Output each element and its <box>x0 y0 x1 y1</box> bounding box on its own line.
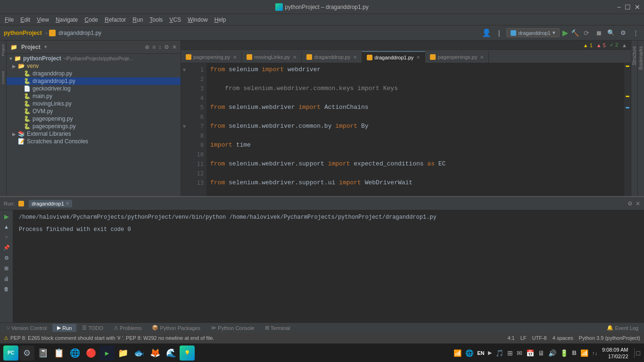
cursor-position[interactable]: 4:1 <box>507 335 514 341</box>
project-expand-icon[interactable]: ↕ <box>158 44 161 50</box>
python-version[interactable]: Python 3.9 (pythonProject) <box>579 335 640 341</box>
tree-venv[interactable]: ▶ 📂 venv <box>7 62 181 70</box>
clear-button[interactable]: 🗑 <box>2 285 11 293</box>
settings-run-button[interactable]: ⚙ <box>2 254 11 262</box>
tab-close-5[interactable]: ✕ <box>480 55 484 60</box>
tab-draganddrop1[interactable]: draganddrop1.py ✕ <box>362 51 425 63</box>
structure-label[interactable]: Structure <box>632 46 637 66</box>
menu-view[interactable]: View <box>34 16 52 24</box>
tab-problems[interactable]: ⚠ Problems <box>109 324 146 332</box>
user-icon[interactable]: 👤 <box>482 28 491 38</box>
taskbar-vivaldi[interactable]: 🔴 <box>83 346 99 361</box>
pin-button[interactable]: 📌 <box>2 243 11 252</box>
tray-wifi[interactable]: 📶 <box>579 348 589 358</box>
menu-code[interactable]: Code <box>82 16 101 24</box>
tree-pageopening[interactable]: 🐍 pageopening.py <box>7 115 181 123</box>
taskbar-terminal-app[interactable]: ▶ <box>99 346 115 361</box>
settings-button[interactable]: ⚙ <box>619 28 628 38</box>
tab-close-2[interactable]: ✕ <box>293 55 297 60</box>
tray-bt[interactable]: B <box>571 348 577 357</box>
tree-geckodriver[interactable]: 📄 geckodriver.log <box>7 85 181 92</box>
tray-screen[interactable]: 🖥 <box>537 348 545 358</box>
tree-extlibs[interactable]: ▶ 📚 External Libraries <box>7 130 181 138</box>
taskbar-pycharm[interactable]: PC <box>3 346 18 361</box>
menu-run[interactable]: Run <box>130 16 146 24</box>
tree-pageopenings[interactable]: 🐍 pageopenings.py <box>7 123 181 130</box>
run-tab-draganddrop1[interactable]: draganddrop1 ✕ <box>29 200 72 207</box>
minimize-button[interactable]: − <box>617 3 621 11</box>
tray-email[interactable]: ✉ <box>516 348 523 358</box>
more-button[interactable]: ⋮ <box>631 28 640 38</box>
fold-1[interactable]: ▼ <box>181 65 188 74</box>
show-desktop[interactable]: □ <box>634 348 641 358</box>
menu-navigate[interactable]: Navigate <box>53 16 81 24</box>
scroll-down-button[interactable]: ▼ <box>2 233 11 241</box>
run-content[interactable]: /home/halovivek/PycharmProjects/pythonPr… <box>13 210 644 322</box>
fold-7[interactable]: ▼ <box>181 122 188 131</box>
run-configuration[interactable]: draganddrop1 ▾ <box>506 28 560 37</box>
bookmarks-label[interactable]: Bookmarks <box>638 46 644 70</box>
tab-draganddrop[interactable]: draganddrop.py ✕ <box>302 51 362 63</box>
menu-window[interactable]: Window <box>185 16 211 24</box>
rerun-button[interactable]: ▶ <box>2 212 11 221</box>
tab-run[interactable]: ▶ Run <box>52 324 76 332</box>
project-close-icon[interactable]: ✕ <box>172 44 177 50</box>
line-separator[interactable]: LF <box>520 335 527 341</box>
commit-vtab[interactable]: Commit <box>0 69 6 86</box>
tray-headphone[interactable]: 🎵 <box>495 348 504 358</box>
run-button[interactable]: ▶ <box>562 28 568 37</box>
tab-pageopenings[interactable]: pageopenings.py ✕ <box>425 51 489 63</box>
tray-app[interactable]: ⊞ <box>506 348 514 358</box>
taskbar-chrome[interactable]: 🌐 <box>67 346 83 361</box>
tab-close-4[interactable]: ✕ <box>416 55 420 60</box>
menu-refactor[interactable]: Refactor <box>102 16 129 24</box>
tree-movinglinks[interactable]: 🐍 movingLinks.py <box>7 100 181 107</box>
tree-ovm[interactable]: 🐍 OVM.py <box>7 107 181 115</box>
tab-todo[interactable]: ☰ TODO <box>77 324 108 332</box>
tree-scratches[interactable]: 📝 Scratches and Consoles <box>7 138 181 145</box>
tab-version-control[interactable]: ⑂ Version Control <box>2 324 51 332</box>
tab-close-3[interactable]: ✕ <box>353 55 357 60</box>
project-vtab[interactable]: Project <box>0 42 6 58</box>
indent-info[interactable]: 4 spaces <box>553 335 573 341</box>
tab-terminal[interactable]: ⊞ Terminal <box>260 324 295 332</box>
project-collapse-icon[interactable]: ≡ <box>152 44 156 50</box>
tree-draganddrop1[interactable]: 🐍 draganddrop1.py <box>7 77 181 85</box>
close-button[interactable]: ✕ <box>635 3 640 11</box>
tray-lang[interactable]: EN <box>476 349 485 357</box>
rerun-button[interactable]: ⟳ <box>582 28 591 38</box>
code-editor[interactable]: ▼ ▼ 1 2 3 <box>181 63 631 196</box>
project-settings-icon[interactable]: ⚙ <box>164 44 169 50</box>
scroll-up-button[interactable]: ▲ <box>2 222 11 231</box>
window-controls[interactable]: − ☐ ✕ <box>617 0 640 14</box>
tree-draganddrop[interactable]: 🐍 draganddrop.py <box>7 70 181 77</box>
search-button[interactable]: 🔍 <box>606 28 616 38</box>
code-content[interactable]: from selenium import webdriver from sele… <box>206 63 624 196</box>
taskbar-edge[interactable]: 🌊 <box>164 346 179 361</box>
build-button[interactable]: 🔨 <box>571 29 579 37</box>
project-locate-icon[interactable]: ⊕ <box>145 44 149 50</box>
taskbar-app1[interactable]: ⚙ <box>19 346 34 361</box>
run-tab-close[interactable]: ✕ <box>66 201 69 206</box>
tray-bat[interactable]: 🔋 <box>559 348 569 358</box>
taskbar-pycharm2[interactable]: 💡 <box>180 346 195 361</box>
tray-network[interactable]: 📶 <box>453 348 462 358</box>
tab-python-console[interactable]: ≫ Python Console <box>206 324 259 332</box>
project-dropdown[interactable]: ▾ <box>44 44 47 50</box>
taskbar-app8[interactable]: 🐟 <box>132 346 147 361</box>
tab-movinglinks[interactable]: movingLinks.py ✕ <box>242 51 302 63</box>
run-config-dropdown[interactable]: ▾ <box>553 30 555 36</box>
tree-root[interactable]: ▼ 📁 pythonProject ~/PycharmProjects/pyth… <box>7 55 181 62</box>
layout-button[interactable]: ⊞ <box>2 264 11 272</box>
taskbar-notes[interactable]: 📋 <box>51 346 66 361</box>
taskbar-onenote[interactable]: 📓 <box>35 346 50 361</box>
tree-main[interactable]: 🐍 main.py <box>7 92 181 100</box>
taskbar-firefox[interactable]: 🦊 <box>148 346 163 361</box>
tab-pageopening[interactable]: pageopening.py ✕ <box>181 51 242 63</box>
tray-updown[interactable]: ↑↓ <box>591 349 598 357</box>
run-settings-icon[interactable]: ⚙ <box>627 200 633 207</box>
tab-python-packages[interactable]: 📦 Python Packages <box>147 324 205 332</box>
taskbar-files[interactable]: 📁 <box>116 346 131 361</box>
encoding[interactable]: UTF-8 <box>532 335 547 341</box>
event-log-tab[interactable]: 🔔 Event Log <box>603 325 642 331</box>
